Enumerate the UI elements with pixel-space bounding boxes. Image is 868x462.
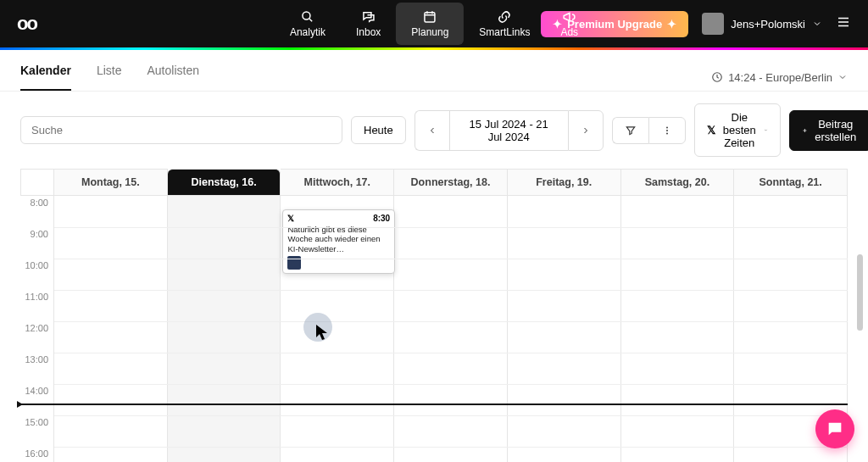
chevron-right-icon bbox=[581, 125, 591, 136]
svg-point-0 bbox=[303, 12, 310, 19]
time-label: 9:00 bbox=[20, 227, 54, 259]
nav-smartlinks[interactable]: SmartLinks bbox=[464, 3, 545, 45]
chat-icon bbox=[826, 420, 844, 438]
search-input[interactable] bbox=[20, 116, 342, 144]
hour-line bbox=[54, 259, 848, 259]
day-header: Mittwoch, 17. bbox=[281, 169, 394, 196]
hour-line bbox=[54, 353, 848, 353]
mouse-cursor bbox=[315, 324, 329, 341]
plus-icon bbox=[802, 125, 808, 136]
tab-autolisten[interactable]: Autolisten bbox=[147, 64, 199, 91]
chevron-down-icon bbox=[764, 125, 768, 135]
nav-label: SmartLinks bbox=[479, 26, 530, 38]
nav-label: Ads bbox=[560, 26, 578, 38]
main-nav: Analytik Inbox Planung SmartLinks Ads bbox=[275, 3, 593, 45]
best-times-button[interactable]: 𝕏 Die besten Zeiten bbox=[694, 103, 781, 157]
svg-point-5 bbox=[666, 132, 668, 134]
time-label: 10:00 bbox=[20, 259, 54, 290]
user-menu[interactable]: Jens+Polomski bbox=[702, 13, 822, 35]
next-week-button[interactable] bbox=[568, 110, 604, 151]
event-text: Natürlich gibt es diese Woche auch wiede… bbox=[287, 225, 390, 253]
logo: oo bbox=[17, 13, 36, 35]
day-col-tue[interactable] bbox=[168, 196, 281, 462]
time-label: 8:00 bbox=[20, 196, 54, 227]
nav-ads[interactable]: Ads bbox=[545, 3, 593, 45]
timezone-label: 14:24 - Europe/Berlin bbox=[728, 71, 832, 84]
link-icon bbox=[497, 9, 512, 25]
avatar bbox=[702, 13, 724, 35]
x-icon: 𝕏 bbox=[287, 214, 294, 223]
time-label: 13:00 bbox=[20, 353, 54, 384]
day-header-current: Dienstag, 16. bbox=[168, 169, 281, 196]
nav-label: Analytik bbox=[290, 26, 326, 38]
best-times-label: Die besten Zeiten bbox=[721, 111, 759, 149]
chevron-down-icon bbox=[837, 72, 848, 82]
nav-label: Inbox bbox=[356, 26, 381, 38]
calendar-grid[interactable]: 8:00 9:00 10:00 11:00 12:00 13:00 14:00 … bbox=[20, 196, 848, 462]
analytics-icon bbox=[300, 9, 315, 25]
time-label: 11:00 bbox=[20, 290, 54, 321]
more-button[interactable] bbox=[648, 117, 686, 144]
chevron-down-icon bbox=[812, 19, 822, 29]
scrollbar[interactable] bbox=[857, 254, 863, 331]
clock-icon bbox=[711, 71, 723, 83]
day-header: Samstag, 20. bbox=[621, 169, 735, 196]
hour-line bbox=[54, 321, 848, 322]
date-range-button[interactable]: 15 Jul 2024 - 21 Jul 2024 bbox=[449, 110, 568, 151]
time-column: 8:00 9:00 10:00 11:00 12:00 13:00 14:00 … bbox=[20, 196, 54, 462]
calendar-icon bbox=[422, 9, 437, 25]
day-header: Sonntag, 21. bbox=[734, 169, 848, 196]
svg-point-3 bbox=[666, 126, 668, 128]
day-header: Donnerstag, 18. bbox=[394, 169, 508, 196]
more-vertical-icon bbox=[661, 125, 673, 136]
filter-group bbox=[612, 117, 686, 144]
create-label: Beitrag erstellen bbox=[813, 118, 859, 143]
day-col-sat[interactable] bbox=[621, 196, 735, 462]
tab-kalender[interactable]: Kalender bbox=[20, 64, 71, 91]
event-time: 8:30 bbox=[373, 214, 390, 223]
inbox-icon bbox=[361, 9, 376, 25]
prev-week-button[interactable] bbox=[415, 110, 449, 151]
hour-line bbox=[54, 227, 848, 228]
svg-rect-1 bbox=[425, 13, 435, 22]
chat-fab[interactable] bbox=[815, 409, 854, 448]
nav-label: Planung bbox=[411, 26, 448, 38]
megaphone-icon bbox=[562, 9, 577, 25]
nav-planung[interactable]: Planung bbox=[396, 3, 464, 45]
time-label: 16:00 bbox=[20, 447, 54, 462]
time-label: 15:00 bbox=[20, 415, 54, 447]
hour-line bbox=[54, 415, 848, 416]
filter-button[interactable] bbox=[612, 117, 648, 144]
nav-inbox[interactable]: Inbox bbox=[341, 3, 396, 45]
day-col-wed[interactable]: 𝕏 8:30 Natürlich gibt es diese Woche auc… bbox=[281, 196, 394, 462]
day-col-fri[interactable] bbox=[508, 196, 621, 462]
hamburger-menu[interactable] bbox=[836, 14, 851, 33]
hour-line bbox=[54, 384, 848, 385]
time-gutter-head bbox=[20, 169, 54, 196]
scheduled-post-card[interactable]: 𝕏 8:30 Natürlich gibt es diese Woche auc… bbox=[282, 209, 395, 274]
create-post-button[interactable]: Beitrag erstellen bbox=[789, 110, 868, 151]
x-icon: 𝕏 bbox=[707, 124, 715, 136]
day-header: Freitag, 19. bbox=[508, 169, 621, 196]
filter-icon bbox=[625, 125, 637, 136]
menu-icon bbox=[836, 14, 851, 30]
today-button[interactable]: Heute bbox=[351, 116, 406, 144]
day-header: Montag, 15. bbox=[54, 169, 168, 196]
time-label: 14:00 bbox=[20, 384, 54, 415]
view-tabs: Kalender Liste Autolisten bbox=[20, 64, 199, 91]
chevron-left-icon bbox=[427, 125, 437, 136]
timezone-selector[interactable]: 14:24 - Europe/Berlin bbox=[711, 71, 848, 84]
day-col-thu[interactable] bbox=[394, 196, 508, 462]
user-name: Jens+Polomski bbox=[731, 18, 805, 31]
nav-analytik[interactable]: Analytik bbox=[275, 3, 341, 45]
svg-point-4 bbox=[666, 130, 668, 131]
date-range-group: 15 Jul 2024 - 21 Jul 2024 bbox=[415, 110, 604, 151]
sparkle-icon: ✦ bbox=[667, 18, 676, 31]
hour-line bbox=[54, 447, 848, 448]
day-col-mon[interactable] bbox=[54, 196, 168, 462]
day-header-row: Montag, 15. Dienstag, 16. Mittwoch, 17. … bbox=[20, 169, 848, 196]
now-indicator bbox=[20, 404, 848, 405]
tab-liste[interactable]: Liste bbox=[97, 64, 122, 91]
time-label: 12:00 bbox=[20, 321, 54, 353]
hour-line bbox=[54, 290, 848, 291]
